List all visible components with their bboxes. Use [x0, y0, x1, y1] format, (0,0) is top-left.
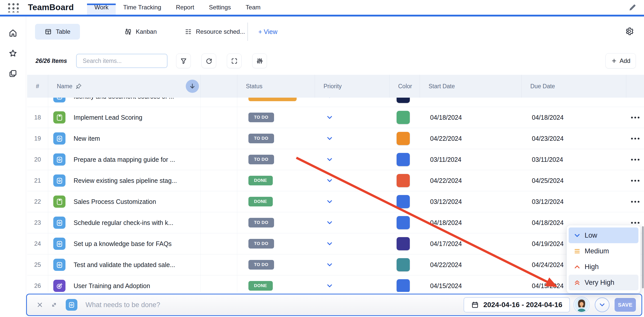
status-badge[interactable]	[248, 98, 297, 101]
column-header-name[interactable]: Name	[48, 75, 201, 98]
item-glyph	[56, 282, 63, 290]
add-view-button[interactable]: + View	[258, 28, 277, 36]
sidebar-item-stack[interactable]	[8, 69, 18, 78]
spacer-cell	[201, 107, 237, 128]
column-header-status[interactable]: Status	[237, 75, 315, 98]
date-range-picker[interactable]: 2024-04-16 - 2024-04-16	[464, 297, 570, 312]
app-grid-icon[interactable]	[8, 2, 20, 12]
row-menu-button[interactable]	[626, 170, 644, 191]
priority-dropdown-menu: LowMediumHighVery High	[567, 225, 640, 293]
spacer-cell	[201, 254, 237, 275]
row-number: 25	[27, 254, 48, 275]
view-tab-kanban[interactable]: Kanban	[125, 28, 157, 35]
sidebar-item-star[interactable]	[8, 49, 18, 58]
sliders-icon	[256, 58, 263, 64]
color-swatch[interactable]	[397, 174, 410, 187]
edit-button[interactable]	[628, 0, 644, 15]
priority-option-medium[interactable]: Medium	[569, 243, 638, 259]
status-badge[interactable]: TO DO	[248, 113, 274, 122]
add-item-button[interactable]: Add	[605, 53, 636, 68]
row-menu-button[interactable]	[626, 107, 644, 128]
color-swatch[interactable]	[397, 153, 410, 166]
color-swatch[interactable]	[397, 132, 410, 145]
priority-option-very-high[interactable]: Very High	[569, 275, 638, 290]
row-menu-button[interactable]	[626, 149, 644, 170]
priority-cell	[315, 212, 389, 233]
nav-tab-work[interactable]: Work	[87, 0, 116, 15]
item-blue-icon	[53, 259, 65, 271]
column-label: Start Date	[429, 83, 455, 90]
status-badge[interactable]: DONE	[248, 281, 273, 291]
sort-button[interactable]	[186, 80, 199, 93]
view-tab-table[interactable]: Table	[35, 24, 80, 40]
close-button[interactable]	[36, 301, 43, 308]
status-badge[interactable]: DONE	[248, 176, 273, 185]
new-item-input[interactable]	[85, 301, 464, 309]
column-header-start-date[interactable]: Start Date	[420, 75, 522, 98]
item-type-icon[interactable]	[66, 299, 77, 311]
priority-cell	[315, 275, 389, 292]
priority-option-high[interactable]: High	[569, 259, 638, 275]
color-swatch[interactable]	[397, 258, 410, 271]
column-label: Status	[246, 83, 262, 90]
color-swatch[interactable]	[397, 216, 410, 229]
app-title: TeamBoard	[28, 3, 74, 12]
spacer-cell	[201, 170, 237, 191]
fullscreen-button[interactable]	[227, 54, 242, 68]
table-row: 19New itemTO DO04/22/202404/23/2024	[27, 128, 644, 149]
spacer-cell	[201, 191, 237, 212]
priority-option-label: Low	[585, 232, 597, 239]
item-glyph	[56, 98, 63, 100]
item-name: New item	[74, 135, 100, 142]
color-swatch[interactable]	[397, 111, 410, 124]
nav-tab-settings[interactable]: Settings	[201, 0, 238, 15]
status-badge[interactable]: DONE	[248, 197, 273, 206]
priority-option-low[interactable]: Low	[569, 227, 638, 243]
view-tab-resource-sched[interactable]: Resource sched...	[185, 28, 245, 35]
status-badge[interactable]: TO DO	[248, 239, 274, 249]
calendar-icon	[471, 301, 479, 309]
row-menu-button[interactable]	[626, 98, 644, 107]
sliders-button[interactable]	[252, 54, 267, 68]
row-menu-button[interactable]	[626, 128, 644, 149]
nav-tab-team[interactable]: Team	[238, 0, 268, 15]
table-row: 22Sales Process CustomizationDONE03/12/2…	[27, 191, 644, 212]
nav-tab-label: Settings	[209, 4, 231, 11]
color-swatch[interactable]	[397, 98, 410, 103]
pin-icon	[75, 83, 82, 90]
main: + View TableKanbanResource sched... 26/2…	[0, 16, 644, 317]
column-header-due-date[interactable]: Due Date	[522, 75, 626, 98]
column-header-color[interactable]: Color	[389, 75, 420, 98]
priority-cell	[315, 149, 389, 170]
color-swatch[interactable]	[397, 195, 410, 208]
column-header-blank[interactable]: #	[27, 75, 48, 98]
column-header-blank[interactable]	[626, 75, 644, 98]
status-badge[interactable]: TO DO	[248, 260, 274, 270]
assignee-avatar[interactable]	[573, 297, 590, 313]
refresh-button[interactable]	[201, 54, 216, 68]
column-header-blank[interactable]	[201, 75, 237, 98]
vertical-scrollbar[interactable]	[642, 226, 644, 288]
nav-tab-label: Work	[94, 4, 109, 11]
expand-button[interactable]	[50, 301, 58, 308]
view-settings-button[interactable]	[625, 27, 634, 37]
color-swatch[interactable]	[397, 237, 410, 250]
table-body: Identify and document sources of ...18Im…	[27, 98, 644, 292]
search-input[interactable]	[76, 54, 167, 68]
nav-tab-report[interactable]: Report	[168, 0, 201, 15]
save-button[interactable]: SAVE	[615, 298, 636, 312]
star-icon	[9, 49, 17, 58]
status-badge[interactable]: TO DO	[248, 218, 274, 227]
column-header-priority[interactable]: Priority	[315, 75, 389, 98]
color-swatch[interactable]	[397, 279, 410, 292]
status-badge[interactable]: TO DO	[248, 155, 274, 164]
view-divider	[247, 23, 248, 41]
sidebar-item-home[interactable]	[8, 29, 18, 38]
table-toolbar: 26/26 Items Add	[26, 47, 644, 75]
filter-button[interactable]	[176, 54, 191, 68]
more-options-button[interactable]	[595, 297, 609, 312]
item-name-cell: New item	[48, 128, 201, 149]
status-badge[interactable]: TO DO	[248, 134, 274, 143]
row-menu-button[interactable]	[626, 191, 644, 212]
nav-tab-time-tracking[interactable]: Time Tracking	[116, 0, 168, 15]
